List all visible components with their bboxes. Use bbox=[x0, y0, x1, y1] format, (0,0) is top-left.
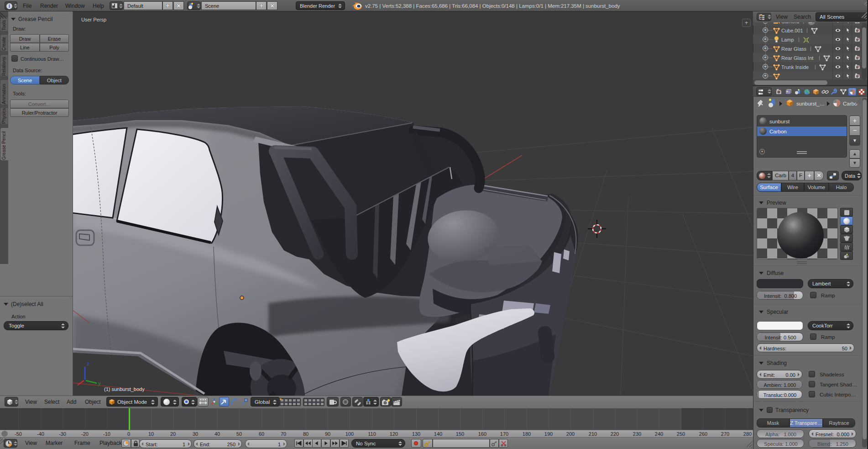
svg-text:z: z bbox=[87, 361, 89, 366]
svg-text:y: y bbox=[98, 380, 101, 386]
